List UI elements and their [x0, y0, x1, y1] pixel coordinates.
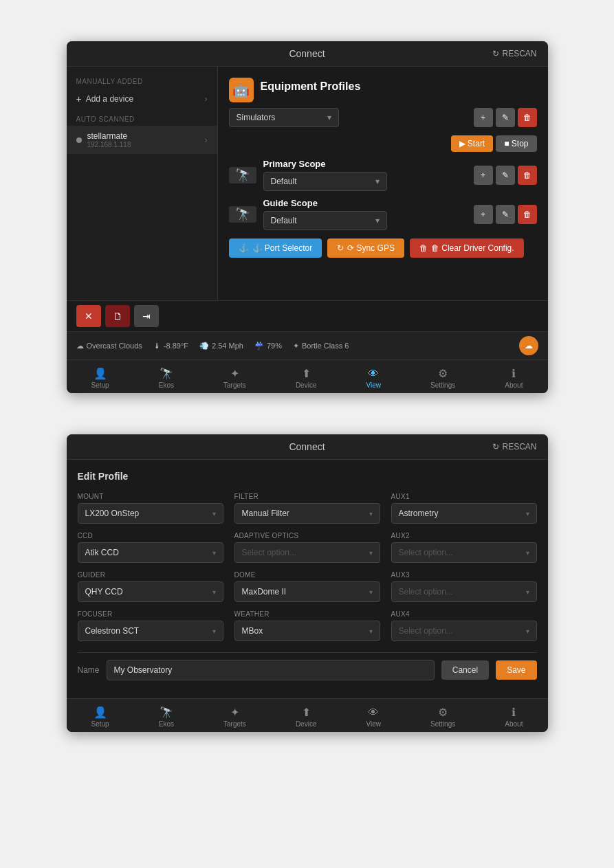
cloud-button[interactable]: ☁	[519, 336, 538, 355]
weather-label: Weather	[234, 610, 380, 618]
nav-item-view[interactable]: 👁 View	[358, 366, 390, 390]
dome-dropdown[interactable]: MaxDome II ▾	[234, 581, 380, 602]
device-status-dot	[76, 137, 82, 143]
adaptive-optics-dropdown[interactable]: Select option... ▾	[234, 542, 380, 563]
screen2-nav-settings[interactable]: ⚙ Settings	[422, 704, 463, 729]
guide-scope-btn-group: + ✎ 🗑	[474, 205, 537, 224]
primary-scope-chevron: ▾	[375, 177, 380, 186]
add-device-row[interactable]: + Add a device ›	[67, 88, 217, 110]
start-button[interactable]: ▶ Start	[451, 135, 494, 152]
device-info: stellarmate 192.168.1.118	[87, 131, 131, 148]
aux1-label: Aux1	[391, 493, 537, 500]
profile-delete-button[interactable]: 🗑	[518, 108, 537, 127]
guider-group: Guider QHY CCD ▾	[78, 571, 223, 602]
aux4-dropdown[interactable]: Select option... ▾	[391, 621, 537, 641]
screen2-view-label: View	[366, 720, 382, 728]
screen2-device-label: Device	[296, 720, 317, 728]
adaptive-optics-label: Adaptive Optics	[234, 532, 380, 539]
screen2-rescan-icon: ↻	[492, 442, 499, 452]
profile-add-button[interactable]: +	[474, 108, 493, 127]
aux2-dropdown[interactable]: Select option... ▾	[391, 542, 537, 563]
device-row[interactable]: stellarmate 192.168.1.118 ›	[67, 126, 217, 154]
nav-item-setup[interactable]: 👤 Setup	[83, 366, 118, 390]
primary-scope-title: Primary Scope	[263, 159, 467, 169]
settings-label: Settings	[430, 381, 455, 389]
guider-dropdown[interactable]: QHY CCD ▾	[78, 581, 223, 602]
screen1-header: Connect ↻ RESCAN	[67, 41, 548, 67]
weather-dropdown[interactable]: MBox ▾	[234, 621, 380, 641]
nav-item-about[interactable]: ℹ About	[496, 366, 531, 390]
adaptive-optics-chevron: ▾	[369, 549, 373, 557]
aux3-dropdown[interactable]: Select option... ▾	[391, 581, 537, 602]
screen2-ekos-icon: 🔭	[160, 706, 173, 719]
save-button[interactable]: Save	[496, 660, 536, 680]
screen2-about-label: About	[505, 720, 523, 728]
cancel-button[interactable]: Cancel	[441, 660, 489, 680]
footer-red-button1[interactable]: ✕	[76, 305, 101, 327]
screen2-nav-view[interactable]: 👁 View	[358, 705, 390, 729]
screen2-nav-ekos[interactable]: 🔭 Ekos	[151, 704, 182, 729]
screen2-nav-setup[interactable]: 👤 Setup	[83, 704, 118, 729]
aux1-dropdown[interactable]: Astrometry ▾	[391, 503, 537, 524]
nav-item-device[interactable]: ⬆ Device	[287, 366, 325, 390]
guide-scope-add-button[interactable]: +	[474, 205, 493, 224]
nav-item-targets[interactable]: ✦ Targets	[215, 366, 254, 390]
screen2-nav-targets[interactable]: ✦ Targets	[215, 704, 254, 729]
screen2-title: Connect	[289, 441, 325, 452]
guide-scope-section: 🔭 Guide Scope Default ▾ + ✎ 🗑	[229, 198, 537, 230]
primary-scope-edit-button[interactable]: ✎	[496, 166, 515, 185]
rescan-icon: ↻	[492, 49, 499, 58]
ccd-label: CCD	[78, 532, 223, 539]
clear-driver-config-icon: 🗑	[419, 243, 428, 253]
screen2-nav-device[interactable]: ⬆ Device	[287, 704, 325, 729]
screen2-nav-about[interactable]: ℹ About	[496, 704, 531, 729]
guide-scope-icon: 🔭	[229, 206, 256, 223]
primary-scope-add-button[interactable]: +	[474, 166, 493, 185]
guide-scope-dropdown[interactable]: Default ▾	[263, 211, 387, 230]
sync-gps-button[interactable]: ↻ ⟳ Sync GPS	[327, 238, 404, 258]
ekos-icon: 🔭	[160, 367, 173, 380]
focuser-dropdown[interactable]: Celestron SCT ▾	[78, 621, 223, 641]
device-chevron-right-icon: ›	[205, 135, 208, 145]
name-row: Name Cancel Save	[78, 652, 537, 687]
ccd-dropdown[interactable]: Atik CCD ▾	[78, 542, 223, 563]
name-input[interactable]	[107, 660, 435, 680]
wind-status: 💨 2.54 Mph	[199, 342, 243, 350]
nav-item-ekos[interactable]: 🔭 Ekos	[151, 366, 182, 390]
nav-item-settings[interactable]: ⚙ Settings	[422, 366, 463, 390]
screen1-bottom-nav: 👤 Setup 🔭 Ekos ✦ Targets ⬆ Device 👁 View…	[67, 359, 548, 393]
stop-button[interactable]: ■ Stop	[496, 135, 536, 152]
aux4-label: Aux4	[391, 610, 537, 618]
screen2-view-icon: 👁	[368, 706, 379, 719]
footer-red-button2[interactable]: 🗋	[105, 305, 130, 327]
mount-dropdown[interactable]: LX200 OnStep ▾	[78, 503, 223, 524]
settings-icon: ⚙	[438, 367, 448, 380]
primary-scope-delete-button[interactable]: 🗑	[518, 166, 537, 185]
screen2-targets-icon: ✦	[230, 706, 239, 719]
screen1-title: Connect	[289, 48, 325, 59]
profile-dropdown[interactable]: Simulators ▾	[229, 108, 339, 127]
primary-scope-dropdown[interactable]: Default ▾	[263, 172, 387, 191]
setup-label: Setup	[91, 381, 109, 389]
mount-chevron: ▾	[212, 510, 216, 518]
aux2-label: Aux2	[391, 532, 537, 539]
bortle-status: ✦ Bortle Class 6	[293, 342, 349, 350]
screen2-rescan-button[interactable]: ↻ RESCAN	[492, 442, 536, 452]
equipment-profiles-title: Equipment Profiles	[261, 80, 361, 93]
weather-status: ☁ Overcast Clouds	[76, 342, 142, 350]
device-label: Device	[296, 381, 317, 389]
device-ip: 192.168.1.118	[87, 141, 131, 148]
footer-gray-button[interactable]: ⇥	[134, 305, 159, 327]
guide-scope-edit-button[interactable]: ✎	[496, 205, 515, 224]
bortle-icon: ✦	[293, 342, 299, 350]
port-selector-button[interactable]: ⚓ ⚓ Port Selector	[229, 238, 322, 258]
filter-dropdown[interactable]: Manual Filter ▾	[234, 503, 380, 524]
screen2-settings-icon: ⚙	[438, 706, 448, 719]
primary-scope-btn-group: + ✎ 🗑	[474, 166, 537, 185]
device-icon: ⬆	[302, 367, 311, 380]
port-selector-icon: ⚓	[239, 243, 249, 253]
rescan-button[interactable]: ↻ RESCAN	[492, 49, 536, 58]
profile-edit-button[interactable]: ✎	[496, 108, 515, 127]
guide-scope-delete-button[interactable]: 🗑	[518, 205, 537, 224]
clear-driver-config-button[interactable]: 🗑 🗑 Clear Driver Config.	[410, 238, 524, 258]
